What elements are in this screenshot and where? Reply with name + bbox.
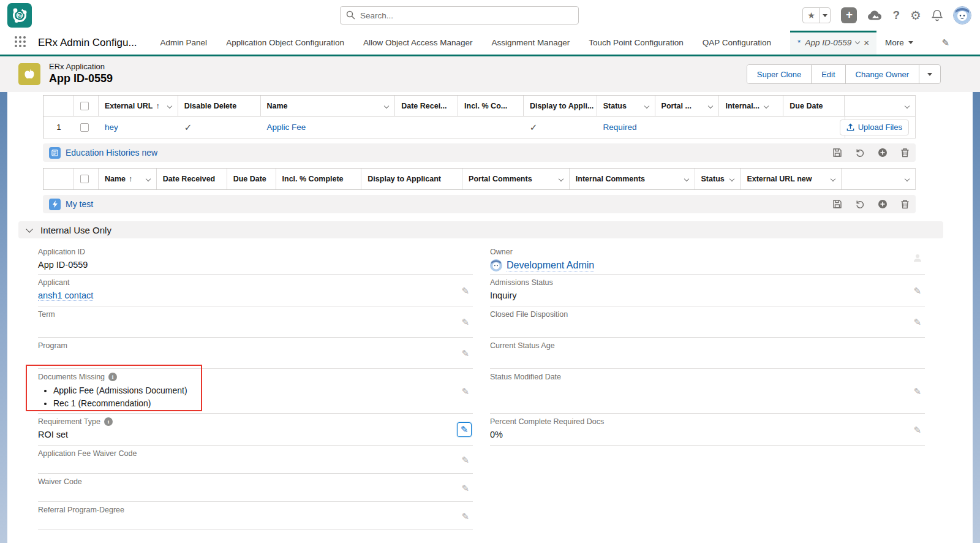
delete-icon[interactable]: [900, 199, 910, 209]
tab-assignment-manager[interactable]: Assignment Manager: [492, 38, 570, 47]
column-menu-chevron-icon[interactable]: [905, 103, 910, 108]
column-menu-chevron-icon[interactable]: [764, 103, 769, 108]
col-incl-pct-complete[interactable]: Incl. % Co...: [458, 96, 524, 116]
edit-pencil-active[interactable]: ✎: [457, 422, 472, 437]
select-all-checkbox[interactable]: [80, 102, 89, 110]
undo-icon[interactable]: [855, 148, 865, 158]
tab-touch-point-configuration[interactable]: Touch Point Configuration: [589, 38, 684, 47]
setup-gear-icon[interactable]: ⚙: [910, 9, 921, 21]
tab-dropdown-chevron-icon[interactable]: [855, 39, 860, 44]
info-icon[interactable]: i: [104, 417, 113, 426]
col-name[interactable]: Name ↑: [99, 169, 157, 189]
upload-files-button[interactable]: Upload Files: [840, 120, 909, 135]
edit-button[interactable]: Edit: [812, 65, 845, 83]
internal-use-only-section-header[interactable]: Internal Use Only: [18, 221, 943, 238]
col-external-url-new[interactable]: External URL new: [741, 169, 842, 189]
edit-pencil-icon[interactable]: ✎: [913, 286, 921, 295]
column-menu-chevron-icon[interactable]: [831, 177, 835, 181]
column-menu-chevron-icon[interactable]: [644, 103, 649, 108]
edit-pencil-icon[interactable]: ✎: [461, 317, 469, 327]
change-owner-button[interactable]: Change Owner: [846, 65, 919, 83]
col-portal-comments[interactable]: Portal ...: [655, 96, 720, 116]
edit-pencil-icon[interactable]: ✎: [461, 349, 469, 358]
col-label: Date Received: [163, 175, 215, 183]
edit-pencil-icon[interactable]: ✎: [461, 511, 469, 520]
delete-icon[interactable]: [900, 148, 910, 158]
tab-app-id-0559-active[interactable]: * App ID-0559 ×: [790, 31, 876, 55]
col-actions[interactable]: [842, 169, 915, 189]
col-display-to-applicant[interactable]: Display to Appli...: [524, 96, 597, 116]
undo-icon[interactable]: [855, 199, 865, 209]
education-table-header: Name ↑ Date Received Due Date Incl. % Co…: [43, 169, 915, 189]
col-status[interactable]: Status: [695, 169, 741, 189]
user-avatar[interactable]: [953, 6, 971, 25]
tab-admin-panel[interactable]: Admin Panel: [160, 38, 208, 47]
column-menu-chevron-icon[interactable]: [684, 177, 688, 181]
col-actions[interactable]: [845, 96, 915, 116]
save-icon[interactable]: [832, 199, 842, 209]
my-test-title[interactable]: My test: [66, 199, 93, 209]
favorites-dropdown-icon[interactable]: [819, 8, 830, 23]
edit-pencil-icon[interactable]: ✎: [461, 455, 469, 464]
global-actions-icon[interactable]: +: [841, 7, 857, 23]
column-menu-chevron-icon[interactable]: [146, 177, 151, 181]
column-menu-chevron-icon[interactable]: [729, 177, 734, 181]
col-date-received[interactable]: Date Received: [157, 169, 227, 189]
col-incl-pct-complete[interactable]: Incl. % Complete: [276, 169, 362, 189]
table-row: 1 hey ✓ Applic Fee ✓ Required Upload Fil…: [43, 116, 915, 139]
col-internal-comments[interactable]: Internal...: [719, 96, 783, 116]
edit-nav-pencil-icon[interactable]: ✎: [941, 37, 949, 48]
edit-pencil-icon[interactable]: ✎: [913, 387, 921, 396]
tab-more[interactable]: More: [885, 38, 913, 47]
app-launcher-icon[interactable]: [13, 35, 27, 51]
edit-pencil-icon[interactable]: ✎: [913, 425, 921, 434]
help-icon[interactable]: ?: [892, 9, 900, 22]
col-due-date[interactable]: Due Date: [783, 96, 845, 116]
tab-allow-object-access-manager[interactable]: Allow Object Access Manager: [363, 38, 473, 47]
change-owner-icon[interactable]: [913, 253, 922, 265]
tab-application-object-configuration[interactable]: Application Object Configuration: [226, 38, 344, 47]
column-menu-chevron-icon[interactable]: [384, 103, 389, 108]
more-actions-caret-icon[interactable]: [919, 65, 940, 83]
unsaved-asterisk: *: [797, 38, 801, 47]
add-row-icon[interactable]: [878, 148, 888, 158]
col-portal-comments[interactable]: Portal Comments: [462, 169, 570, 189]
app-name[interactable]: ERx Admin Configu...: [38, 37, 137, 49]
edit-pencil-icon: ✎: [461, 425, 469, 434]
save-icon[interactable]: [832, 148, 842, 158]
edit-pencil-icon[interactable]: ✎: [461, 286, 469, 295]
edit-pencil-icon[interactable]: ✎: [461, 483, 469, 492]
status-value[interactable]: Required: [603, 123, 637, 132]
col-disable-delete[interactable]: Disable Delete: [178, 96, 261, 116]
column-menu-chevron-icon[interactable]: [905, 177, 910, 181]
info-icon[interactable]: i: [108, 373, 117, 381]
col-external-url[interactable]: External URL ↑: [99, 96, 178, 116]
add-row-icon[interactable]: [878, 199, 888, 209]
row-checkbox[interactable]: [80, 123, 89, 132]
trailhead-icon[interactable]: [867, 10, 882, 21]
col-label: Disable Delete: [184, 102, 236, 110]
search-input[interactable]: [340, 6, 579, 25]
col-status[interactable]: Status: [597, 96, 655, 116]
select-all-checkbox[interactable]: [80, 175, 89, 183]
document-name-link[interactable]: Applic Fee: [266, 123, 306, 132]
col-internal-comments[interactable]: Internal Comments: [570, 169, 695, 189]
external-url-link[interactable]: hey: [105, 123, 118, 132]
col-display-to-applicant[interactable]: Display to Applicant: [361, 169, 462, 189]
col-name[interactable]: Name: [261, 96, 396, 116]
applicant-link[interactable]: ansh1 contact: [38, 290, 93, 301]
column-menu-chevron-icon[interactable]: [559, 177, 564, 181]
edit-pencil-icon[interactable]: ✎: [461, 387, 469, 396]
col-due-date[interactable]: Due Date: [227, 169, 276, 189]
col-date-received[interactable]: Date Recei...: [395, 96, 458, 116]
education-histories-title[interactable]: Education Histories new: [66, 148, 157, 158]
tab-qap-configuration[interactable]: QAP Configuration: [703, 38, 771, 47]
super-clone-button[interactable]: Super Clone: [747, 65, 812, 83]
edit-pencil-icon[interactable]: ✎: [913, 317, 921, 327]
column-menu-chevron-icon[interactable]: [708, 103, 713, 108]
notifications-bell-icon[interactable]: [932, 9, 943, 21]
owner-link[interactable]: Development Admin: [507, 260, 594, 272]
favorite-star-icon[interactable]: ★: [803, 8, 819, 23]
column-menu-chevron-icon[interactable]: [167, 103, 172, 108]
tab-close-icon[interactable]: ×: [864, 37, 869, 48]
